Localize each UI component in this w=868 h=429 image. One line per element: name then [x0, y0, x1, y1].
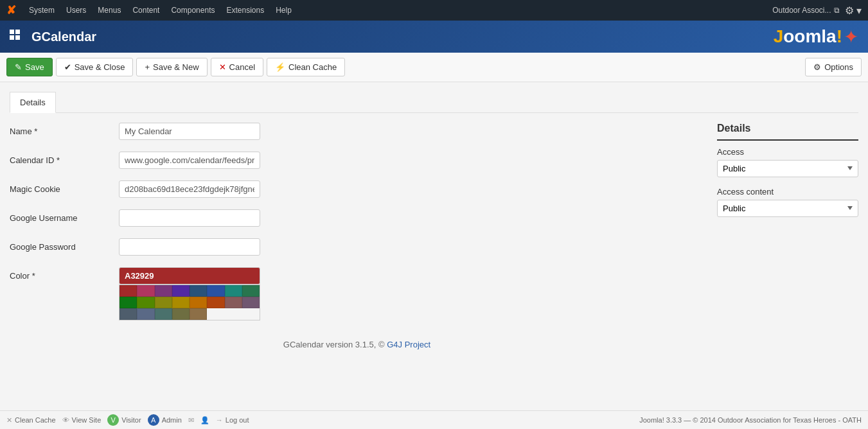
calendar-id-label: Calendar ID * [10, 152, 119, 165]
joomla-star-icon: ✦ [844, 26, 858, 48]
joomla-logo: Joomla! ✦ [774, 26, 858, 48]
clean-cache-icon: ⚡ [275, 62, 285, 72]
access-label: Access [717, 147, 858, 157]
access-content-group: Access content Public Registered Special [717, 187, 858, 217]
nav-components[interactable]: Components [166, 0, 220, 21]
access-content-label: Access content [717, 187, 858, 197]
nav-system[interactable]: System [24, 0, 60, 21]
content-area: Details Name * Calendar ID * Magic Cooki… [0, 82, 868, 359]
name-group: Name * [10, 123, 704, 140]
tab-bar: Details [10, 92, 858, 113]
color-swatch[interactable] [172, 285, 190, 297]
save-new-button[interactable]: + Save & New [136, 58, 207, 76]
grid-menu-icon[interactable] [10, 30, 21, 44]
color-picker-container [119, 267, 260, 320]
save-close-button[interactable]: ✔ Save & Close [56, 58, 134, 76]
color-swatch[interactable] [172, 308, 190, 320]
color-swatch[interactable] [120, 297, 137, 308]
top-nav-left: ✘ System Users Menus Content Components … [6, 0, 297, 21]
nav-content[interactable]: Content [127, 0, 164, 21]
color-label: Color * [10, 267, 119, 281]
main-form: Name * Calendar ID * Magic Cookie Google… [10, 123, 704, 349]
google-username-input[interactable] [119, 209, 260, 227]
color-input[interactable] [119, 267, 260, 285]
save-icon: ✎ [15, 62, 22, 72]
magic-cookie-input[interactable] [119, 180, 260, 198]
color-swatch[interactable] [137, 297, 154, 308]
toolbar-left: ✎ Save ✔ Save & Close + Save & New ✕ Can… [6, 58, 345, 76]
color-swatch[interactable] [155, 285, 172, 297]
google-password-label: Google Password [10, 238, 119, 252]
google-password-input[interactable] [119, 238, 260, 256]
nav-menus[interactable]: Menus [93, 0, 126, 21]
color-swatch[interactable] [120, 308, 137, 320]
color-group: Color * [10, 267, 704, 320]
svg-rect-2 [10, 35, 14, 40]
access-select[interactable]: Public Registered Special [717, 160, 858, 177]
toolbar-right: ⚙ Options [805, 58, 862, 76]
magic-cookie-group: Magic Cookie [10, 180, 704, 198]
name-label: Name * [10, 123, 119, 136]
color-swatch[interactable] [137, 285, 154, 297]
magic-cookie-label: Magic Cookie [10, 180, 119, 194]
options-gear-icon: ⚙ [813, 62, 821, 72]
gear-icon[interactable]: ⚙ ▾ [845, 4, 862, 17]
admin-header-left: GCalendar [10, 30, 96, 44]
google-password-group: Google Password [10, 238, 704, 256]
access-content-select[interactable]: Public Registered Special [717, 200, 858, 217]
color-swatch[interactable] [190, 285, 207, 297]
color-swatches [119, 285, 260, 320]
right-panel-title: Details [717, 123, 858, 141]
save-button[interactable]: ✎ Save [6, 58, 53, 76]
clean-cache-button[interactable]: ⚡ Clean Cache [267, 58, 345, 76]
color-swatch[interactable] [242, 297, 260, 308]
check-icon: ✔ [64, 62, 71, 72]
svg-rect-1 [15, 30, 20, 34]
access-group: Access Public Registered Special [717, 147, 858, 177]
color-swatch[interactable] [207, 285, 224, 297]
nav-help[interactable]: Help [270, 0, 297, 21]
svg-rect-3 [15, 35, 20, 40]
options-button[interactable]: ⚙ Options [805, 58, 862, 76]
google-username-label: Google Username [10, 209, 119, 223]
calendar-id-input[interactable] [119, 152, 260, 169]
page-title: GCalendar [31, 30, 96, 44]
color-swatch[interactable] [155, 308, 172, 320]
color-swatch[interactable] [207, 297, 224, 308]
calendar-id-group: Calendar ID * [10, 152, 704, 169]
color-swatch[interactable] [190, 297, 207, 308]
joomla-brand-icon[interactable]: ✘ [6, 3, 16, 17]
color-swatch[interactable] [155, 297, 172, 308]
google-username-group: Google Username [10, 209, 704, 227]
color-swatch[interactable] [137, 308, 154, 320]
right-panel: Details Access Public Registered Special… [717, 123, 858, 349]
color-swatch[interactable] [242, 285, 260, 297]
top-nav-right: Outdoor Associ... ⧉ ⚙ ▾ [772, 4, 862, 17]
main-layout: Name * Calendar ID * Magic Cookie Google… [10, 123, 858, 349]
admin-header: GCalendar Joomla! ✦ [0, 21, 868, 53]
color-swatch[interactable] [190, 308, 207, 320]
nav-users[interactable]: Users [61, 0, 91, 21]
top-navigation: ✘ System Users Menus Content Components … [0, 0, 868, 21]
site-link[interactable]: Outdoor Associ... ⧉ [772, 6, 839, 15]
version-footer: GCalendar version 3.1.5, © G4J Project [10, 340, 704, 349]
color-swatch[interactable] [225, 285, 242, 297]
color-swatch[interactable] [172, 297, 190, 308]
name-input[interactable] [119, 123, 260, 140]
tab-details[interactable]: Details [10, 92, 56, 113]
cancel-icon: ✕ [219, 62, 226, 72]
color-swatch[interactable] [120, 285, 137, 297]
plus-icon: + [145, 62, 150, 72]
svg-rect-0 [10, 30, 14, 34]
color-swatch[interactable] [225, 297, 242, 308]
nav-extensions[interactable]: Extensions [221, 0, 269, 21]
g4j-project-link[interactable]: G4J Project [387, 340, 430, 349]
external-link-icon: ⧉ [834, 6, 840, 15]
cancel-button[interactable]: ✕ Cancel [211, 58, 263, 76]
toolbar: ✎ Save ✔ Save & Close + Save & New ✕ Can… [0, 53, 868, 82]
